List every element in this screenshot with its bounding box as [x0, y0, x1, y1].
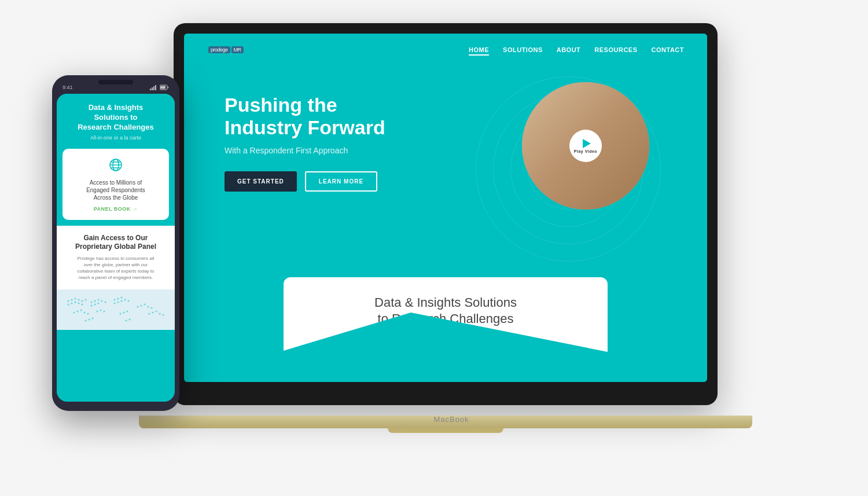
macbook-screen: prodegeMR HOME SOLUTIONS ABOUT RESOURCES…: [184, 34, 707, 382]
phone-status-bar: 9:41: [57, 83, 175, 94]
hero-text: Pushing the Industry Forward With a Resp…: [225, 94, 385, 192]
play-label: Play Video: [574, 149, 597, 153]
svg-point-31: [71, 299, 73, 300]
svg-point-32: [75, 297, 76, 299]
svg-point-64: [80, 309, 82, 311]
svg-point-75: [156, 310, 157, 312]
svg-point-77: [163, 314, 164, 315]
svg-point-58: [141, 304, 142, 306]
svg-rect-17: [150, 89, 151, 90]
phone-hero: Data & InsightsSolutions toResearch Chal…: [57, 94, 175, 149]
svg-point-44: [101, 300, 103, 302]
svg-point-81: [126, 319, 127, 321]
phone-time: 9:41: [62, 84, 73, 90]
svg-point-33: [78, 299, 80, 300]
play-video-button[interactable]: Play Video: [569, 130, 602, 162]
svg-point-51: [121, 296, 123, 298]
svg-point-59: [144, 303, 146, 305]
svg-point-48: [98, 302, 100, 304]
svg-point-38: [75, 301, 76, 303]
logo-text: prodege: [208, 46, 230, 53]
hero-buttons: GET STARTED LEARN MORE: [225, 171, 385, 192]
svg-point-42: [94, 300, 96, 302]
phone-card-icon: [71, 157, 161, 175]
nav-link-solutions[interactable]: SOLUTIONS: [503, 46, 543, 53]
svg-rect-8: [577, 159, 594, 187]
svg-point-66: [87, 313, 89, 314]
svg-rect-19: [153, 86, 155, 90]
svg-point-43: [98, 299, 100, 300]
nav-link-contact[interactable]: CONTACT: [652, 46, 684, 53]
phone-notch: [98, 80, 133, 84]
svg-point-50: [117, 297, 119, 299]
site-navigation: prodegeMR HOME SOLUTIONS ABOUT RESOURCES…: [184, 34, 707, 65]
svg-point-3: [568, 90, 603, 115]
signal-icon: [150, 84, 158, 90]
svg-point-73: [149, 313, 150, 314]
site-logo: prodegeMR: [207, 43, 244, 56]
svg-point-39: [78, 302, 80, 304]
hero-image-circle: Play Video: [522, 82, 649, 210]
phone-screen: Data & InsightsSolutions toResearch Chal…: [57, 94, 175, 402]
svg-point-55: [117, 301, 119, 303]
svg-point-36: [68, 303, 69, 305]
svg-point-56: [121, 300, 123, 302]
phone-card: Access to Millions ofEngaged Respondents…: [62, 149, 169, 220]
svg-point-68: [100, 309, 102, 311]
svg-point-40: [82, 303, 83, 305]
phone-section2-text: Prodege has access to consumers allover …: [65, 255, 167, 281]
svg-point-72: [127, 310, 128, 312]
nav-links: HOME SOLUTIONS ABOUT RESOURCES CONTACT: [469, 44, 684, 54]
svg-point-70: [120, 313, 122, 314]
world-map-icon: [57, 289, 175, 330]
svg-point-41: [91, 301, 93, 303]
nav-item-home[interactable]: HOME: [469, 44, 489, 54]
svg-point-61: [151, 307, 153, 308]
svg-point-67: [97, 310, 98, 312]
panel-book-link[interactable]: PANEL BOOK →: [71, 206, 161, 212]
svg-rect-7: [574, 157, 597, 189]
svg-point-34: [82, 300, 83, 302]
nav-link-home[interactable]: HOME: [469, 46, 489, 56]
svg-point-71: [123, 311, 125, 313]
hero-subtitle: With a Respondent First Approach: [225, 146, 385, 155]
svg-point-80: [92, 317, 94, 319]
phone-status-icons: [150, 84, 169, 90]
logo-badge: MR: [231, 46, 244, 53]
get-started-button[interactable]: GET STARTED: [225, 171, 297, 192]
nav-link-resources[interactable]: RESOURCES: [594, 46, 637, 53]
bottom-card: Data & Insights Solutions to Research Ch…: [284, 277, 608, 382]
nav-item-solutions[interactable]: SOLUTIONS: [503, 44, 543, 54]
svg-rect-23: [168, 87, 169, 89]
macbook-device: prodegeMR HOME SOLUTIONS ABOUT RESOURCES…: [174, 23, 729, 463]
learn-more-button[interactable]: LEARN MORE: [305, 171, 377, 192]
nav-link-about[interactable]: ABOUT: [557, 46, 581, 53]
svg-point-2: [569, 97, 602, 131]
phone-body: 9:41 Data & InsightsSo: [52, 75, 179, 411]
svg-point-63: [77, 310, 79, 312]
svg-rect-22: [160, 86, 165, 89]
nav-item-resources[interactable]: RESOURCES: [594, 44, 637, 54]
svg-point-30: [68, 300, 69, 302]
svg-point-60: [148, 306, 149, 307]
svg-rect-20: [155, 85, 156, 90]
phone-hero-subtitle: All-in-one or a la carte: [65, 135, 167, 141]
nav-item-contact[interactable]: CONTACT: [652, 44, 684, 54]
hero-section: Pushing the Industry Forward With a Resp…: [184, 65, 707, 382]
phone-section2-title: Gain Access to OurProprietary Global Pan…: [65, 234, 167, 252]
svg-rect-9: [578, 160, 593, 186]
phone-hero-title: Data & InsightsSolutions toResearch Chal…: [65, 103, 167, 133]
play-icon: [583, 139, 591, 148]
svg-point-35: [85, 299, 87, 300]
svg-point-57: [137, 306, 139, 307]
phone-device: 9:41 Data & InsightsSo: [52, 75, 179, 411]
svg-point-74: [152, 311, 154, 313]
svg-point-45: [105, 301, 106, 303]
nav-item-about[interactable]: ABOUT: [557, 44, 581, 54]
svg-point-79: [89, 318, 90, 320]
svg-point-37: [71, 302, 73, 304]
svg-point-54: [114, 302, 116, 304]
battery-icon: [160, 84, 169, 90]
svg-point-52: [124, 299, 126, 300]
svg-point-69: [104, 310, 105, 312]
